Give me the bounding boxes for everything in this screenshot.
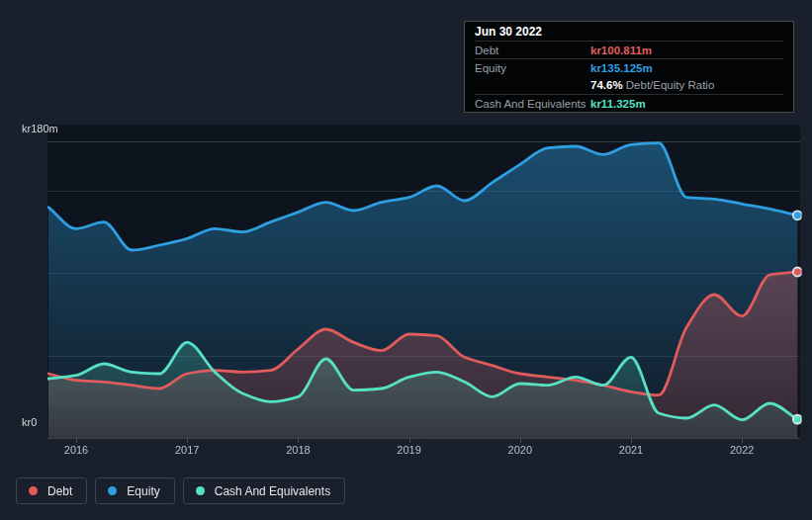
- tooltip-ratio-value: 74.6% Debt/Equity Ratio: [590, 76, 714, 94]
- y-axis-label-zero: kr0: [22, 416, 37, 428]
- equity-series-dot-icon: [108, 486, 117, 495]
- x-axis-label-2018: 2018: [286, 444, 310, 456]
- x-axis-label-2021: 2021: [619, 444, 643, 456]
- x-axis-label-2016: 2016: [64, 444, 88, 456]
- chart-tooltip: Jun 30 2022 Debt kr100.811m Equity kr135…: [464, 21, 794, 113]
- legend-item-debt[interactable]: Debt: [16, 477, 87, 504]
- legend-item-equity[interactable]: Equity: [95, 477, 174, 504]
- chart-legend: Debt Equity Cash And Equivalents: [16, 477, 345, 504]
- tooltip-ratio-row: 74.6% Debt/Equity Ratio: [475, 76, 783, 94]
- x-axis-label-2017: 2017: [175, 444, 199, 456]
- legend-debt-label: Debt: [47, 484, 72, 498]
- tooltip-cash-label: Cash And Equivalents: [475, 95, 590, 112]
- tooltip-cash-row: Cash And Equivalents kr11.325m: [475, 94, 783, 112]
- tooltip-equity-value: kr135.125m: [590, 59, 653, 76]
- tooltip-debt-value: kr100.811m: [590, 42, 652, 58]
- cash-series-dot-icon: [196, 486, 205, 495]
- x-axis-label-2022: 2022: [730, 444, 754, 456]
- debt-series-dot-icon: [29, 486, 38, 495]
- ratio-percent: 74.6%: [590, 79, 623, 91]
- tooltip-cash-value: kr11.325m: [590, 95, 646, 112]
- tooltip-ratio-spacer: [475, 76, 590, 94]
- tooltip-equity-row: Equity kr135.125m: [475, 58, 783, 76]
- x-axis-label-2020: 2020: [508, 444, 532, 456]
- tooltip-equity-label: Equity: [475, 59, 590, 76]
- tooltip-date: Jun 30 2022: [475, 22, 783, 41]
- legend-cash-label: Cash And Equivalents: [215, 484, 330, 498]
- ratio-caption: Debt/Equity Ratio: [626, 79, 715, 91]
- legend-item-cash[interactable]: Cash And Equivalents: [183, 477, 345, 504]
- y-axis-label-max: kr180m: [22, 123, 58, 134]
- legend-equity-label: Equity: [127, 484, 159, 498]
- tooltip-debt-label: Debt: [475, 42, 590, 58]
- x-axis-label-2019: 2019: [397, 444, 420, 456]
- tooltip-debt-row: Debt kr100.811m: [475, 41, 783, 58]
